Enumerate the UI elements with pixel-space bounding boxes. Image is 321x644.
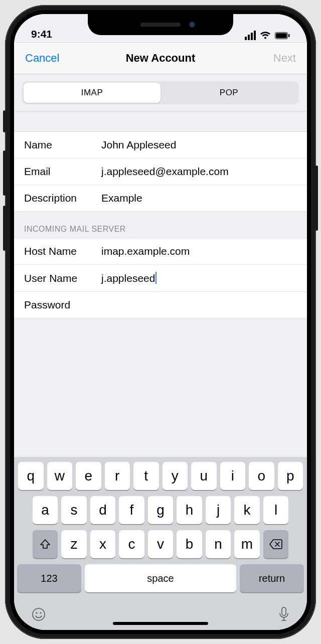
space-key[interactable]: space	[85, 564, 236, 592]
segment-imap[interactable]: IMAP	[24, 83, 160, 103]
svg-rect-6	[282, 607, 286, 615]
home-indicator[interactable]	[113, 622, 208, 625]
name-label: Name	[24, 139, 101, 151]
name-field[interactable]: John Appleseed	[101, 139, 297, 151]
key-f[interactable]: f	[119, 496, 144, 524]
key-e[interactable]: e	[76, 462, 101, 490]
row-password[interactable]: Password	[14, 292, 307, 318]
key-y[interactable]: y	[163, 462, 188, 490]
username-label: User Name	[24, 272, 101, 284]
return-key[interactable]: return	[240, 564, 304, 592]
protocol-segmented-control: IMAP POP	[22, 81, 299, 104]
svg-rect-2	[288, 34, 290, 37]
key-j[interactable]: j	[206, 496, 231, 524]
keyboard: qwertyuiop asdfghjkl zxcvbnm 123 space r…	[14, 457, 307, 630]
key-s[interactable]: s	[61, 496, 87, 524]
dictation-key[interactable]	[278, 606, 290, 626]
row-email[interactable]: Email j.appleseed@example.com	[14, 158, 307, 185]
row-description[interactable]: Description Example	[14, 185, 307, 212]
svg-point-5	[40, 612, 41, 613]
wifi-icon	[260, 31, 271, 40]
key-p[interactable]: p	[278, 462, 303, 490]
username-field[interactable]: j.appleseed	[101, 272, 297, 284]
key-a[interactable]: a	[33, 496, 58, 524]
status-time: 9:41	[31, 28, 52, 40]
key-c[interactable]: c	[119, 530, 144, 558]
hostname-field[interactable]: imap.example.com	[101, 245, 297, 257]
navigation-bar: Cancel New Account Next	[14, 42, 307, 74]
key-v[interactable]: v	[148, 530, 174, 558]
hostname-label: Host Name	[24, 245, 101, 257]
key-k[interactable]: k	[234, 496, 260, 524]
key-i[interactable]: i	[220, 462, 246, 490]
protocol-segmented-wrap: IMAP POP	[14, 74, 307, 112]
backspace-icon	[269, 539, 283, 550]
key-w[interactable]: w	[47, 462, 73, 490]
page-title: New Account	[126, 52, 196, 65]
text-cursor	[155, 272, 156, 284]
emoji-key[interactable]	[31, 607, 46, 625]
key-b[interactable]: b	[177, 530, 202, 558]
email-label: Email	[24, 166, 101, 178]
keyboard-row-1: qwertyuiop	[17, 462, 304, 490]
shift-icon	[39, 538, 51, 550]
incoming-header: INCOMING MAIL SERVER	[14, 212, 307, 238]
row-name[interactable]: Name John Appleseed	[14, 132, 307, 158]
shift-key[interactable]	[33, 530, 58, 558]
key-x[interactable]: x	[90, 530, 116, 558]
key-h[interactable]: h	[177, 496, 202, 524]
key-l[interactable]: l	[263, 496, 289, 524]
row-hostname[interactable]: Host Name imap.example.com	[14, 238, 307, 265]
email-field[interactable]: j.appleseed@example.com	[101, 166, 297, 178]
section-spacer	[14, 112, 307, 132]
key-n[interactable]: n	[206, 530, 231, 558]
key-q[interactable]: q	[18, 462, 44, 490]
key-u[interactable]: u	[191, 462, 217, 490]
row-username[interactable]: User Name j.appleseed	[14, 265, 307, 292]
cancel-button[interactable]: Cancel	[25, 52, 59, 65]
key-g[interactable]: g	[148, 496, 174, 524]
emoji-icon	[31, 607, 46, 622]
cellular-icon	[245, 31, 256, 40]
next-button[interactable]: Next	[273, 52, 296, 65]
keyboard-row-2: asdfghjkl	[17, 496, 304, 524]
backspace-key[interactable]	[263, 530, 289, 558]
keyboard-row-3: zxcvbnm	[17, 530, 304, 558]
keyboard-row-4: 123 space return	[17, 564, 304, 592]
key-m[interactable]: m	[234, 530, 260, 558]
svg-point-4	[36, 612, 37, 613]
status-indicators	[245, 31, 290, 40]
svg-point-3	[33, 608, 45, 620]
password-label: Password	[24, 299, 101, 311]
key-d[interactable]: d	[90, 496, 116, 524]
mic-icon	[278, 606, 290, 622]
key-t[interactable]: t	[133, 462, 159, 490]
key-r[interactable]: r	[105, 462, 130, 490]
description-field[interactable]: Example	[101, 192, 297, 204]
key-o[interactable]: o	[249, 462, 274, 490]
numbers-key[interactable]: 123	[17, 564, 81, 592]
svg-rect-1	[276, 33, 287, 38]
segment-pop[interactable]: POP	[160, 83, 297, 103]
battery-icon	[275, 32, 290, 39]
key-z[interactable]: z	[61, 530, 87, 558]
description-label: Description	[24, 192, 101, 204]
